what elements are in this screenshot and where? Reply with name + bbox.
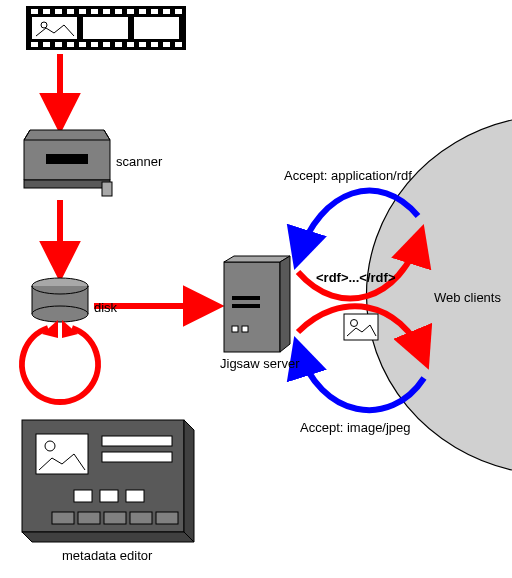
svg-rect-33: [102, 182, 112, 196]
svg-rect-67: [130, 512, 152, 524]
filmstrip-icon: [26, 6, 186, 50]
disk-icon: [32, 278, 88, 322]
svg-rect-1: [31, 9, 38, 14]
svg-marker-47: [280, 256, 290, 352]
image-payload-icon: [344, 314, 378, 340]
svg-rect-2: [43, 9, 50, 14]
webclients-label: Web clients: [434, 290, 501, 305]
svg-rect-12: [163, 9, 170, 14]
accept-jpeg-label: Accept: image/jpeg: [300, 420, 411, 435]
svg-marker-46: [224, 256, 290, 262]
svg-rect-15: [43, 42, 50, 47]
svg-marker-55: [22, 532, 194, 542]
disk-label: disk: [94, 300, 117, 315]
svg-rect-5: [79, 9, 86, 14]
svg-rect-68: [156, 512, 178, 524]
svg-rect-59: [102, 436, 172, 446]
scanner-label: scanner: [116, 154, 162, 169]
svg-rect-17: [67, 42, 74, 47]
svg-rect-29: [134, 17, 179, 39]
svg-rect-51: [242, 326, 248, 332]
jigsaw-label: Jigsaw server: [220, 356, 299, 371]
metadata-editor-icon: [22, 420, 194, 542]
svg-rect-48: [232, 296, 260, 300]
svg-rect-11: [151, 9, 158, 14]
svg-rect-8: [115, 9, 122, 14]
svg-rect-34: [46, 154, 88, 164]
scanner-icon: [24, 130, 112, 196]
svg-marker-56: [184, 420, 194, 542]
accept-rdf-label: Accept: application/rdf: [284, 168, 412, 183]
svg-rect-66: [104, 512, 126, 524]
svg-rect-28: [83, 17, 128, 39]
svg-rect-52: [344, 314, 378, 340]
svg-rect-27: [32, 17, 77, 39]
svg-rect-62: [100, 490, 118, 502]
svg-rect-64: [52, 512, 74, 524]
svg-rect-19: [91, 42, 98, 47]
editor-label: metadata editor: [62, 548, 152, 563]
svg-rect-22: [127, 42, 134, 47]
svg-rect-4: [67, 9, 74, 14]
svg-rect-20: [103, 42, 110, 47]
svg-rect-14: [31, 42, 38, 47]
svg-rect-3: [55, 9, 62, 14]
svg-rect-10: [139, 9, 146, 14]
svg-point-42: [32, 306, 88, 322]
svg-rect-21: [115, 42, 122, 47]
svg-rect-63: [126, 490, 144, 502]
svg-rect-50: [232, 326, 238, 332]
rdf-tag-label: <rdf>...</rdf>: [316, 270, 395, 285]
svg-rect-18: [79, 42, 86, 47]
svg-rect-25: [163, 42, 170, 47]
svg-rect-16: [55, 42, 62, 47]
svg-rect-61: [74, 490, 92, 502]
server-icon: [224, 256, 290, 352]
svg-rect-6: [91, 9, 98, 14]
svg-rect-60: [102, 452, 172, 462]
svg-rect-26: [175, 42, 182, 47]
svg-rect-65: [78, 512, 100, 524]
svg-rect-24: [151, 42, 158, 47]
svg-rect-49: [232, 304, 260, 308]
svg-rect-32: [24, 180, 110, 188]
svg-rect-9: [127, 9, 134, 14]
svg-rect-23: [139, 42, 146, 47]
svg-rect-13: [175, 9, 182, 14]
arrow-disk-editor-loop: [22, 320, 98, 402]
svg-rect-7: [103, 9, 110, 14]
svg-rect-57: [36, 434, 88, 474]
